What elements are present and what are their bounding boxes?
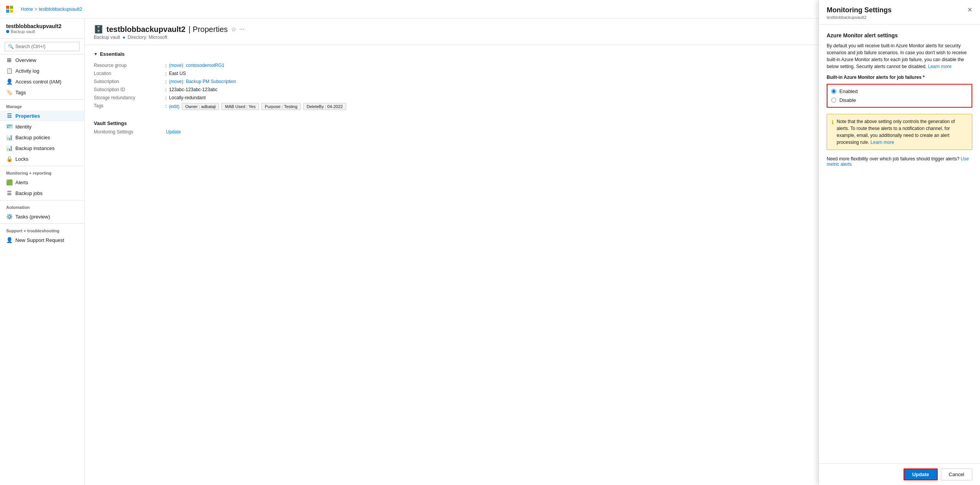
sidebar-label-alerts: Alerts xyxy=(15,180,28,185)
sidebar-resource-sub: Backup vault xyxy=(6,29,78,34)
tag-badge-purpose: Purpose : Testing xyxy=(261,103,301,110)
breadcrumb-resource[interactable]: testblobbackupvault2 xyxy=(39,7,82,12)
sidebar-label-tasks-preview: Tasks (preview) xyxy=(15,214,50,220)
radio-disable-input[interactable] xyxy=(831,98,836,103)
radio-enabled-input[interactable] xyxy=(831,89,836,94)
panel-header: Monitoring Settings testblobbackupvault2… xyxy=(819,18,980,25)
sidebar-item-backup-policies[interactable]: 📊 Backup policies xyxy=(0,132,84,143)
info-learn-more-link[interactable]: Learn more xyxy=(870,140,894,145)
sidebar-item-overview[interactable]: ⊞ Overview xyxy=(0,55,84,65)
info-box: ℹ Note that the above setting only contr… xyxy=(827,114,972,150)
breadcrumb-home[interactable]: Home xyxy=(21,7,33,12)
locks-icon: 🔒 xyxy=(6,156,12,162)
sidebar-item-alerts[interactable]: 🟩 Alerts xyxy=(0,177,84,188)
sidebar-section-support: Support + troubleshooting xyxy=(0,225,84,235)
location-colon: : xyxy=(165,71,167,77)
tasks-icon: ⚙️ xyxy=(6,213,12,220)
subscription-label: Subscription xyxy=(94,79,163,84)
sidebar-divider-3 xyxy=(0,200,84,200)
search-placeholder: Search (Ctrl+/) xyxy=(15,44,45,49)
sidebar-item-identity[interactable]: 🪪 Identity xyxy=(0,121,84,132)
tags-icon: 🏷️ xyxy=(6,89,12,95)
sidebar-item-properties[interactable]: ☰ Properties xyxy=(0,110,84,121)
search-box[interactable]: 🔍 Search (Ctrl+/) xyxy=(0,39,84,55)
sidebar: testblobbackupvault2 Backup vault 🔍 Sear… xyxy=(0,18,85,485)
field-label: Built-in Azure Monitor alerts for job fa… xyxy=(827,75,972,80)
resource-group-label: Resource group xyxy=(94,63,163,68)
resource-type-dot xyxy=(6,30,9,33)
properties-title-label: | Properties xyxy=(189,25,228,34)
subscription-id-row: Subscription ID : 123abc-123abc-123abc xyxy=(94,86,532,94)
tag-badge-mab: MAB Used : Yes xyxy=(221,103,259,110)
storage-redundancy-label: Storage redundancy xyxy=(94,95,163,100)
tag-badge-deleteby: DeleteBy : 04-2022 xyxy=(303,103,346,110)
tags-colon: : xyxy=(165,103,167,109)
radio-group-alert-settings: Enabled Disable xyxy=(827,84,972,108)
radio-disable-label: Disable xyxy=(839,97,856,103)
monitoring-update-link[interactable]: Update xyxy=(166,129,181,135)
sidebar-item-new-support-request[interactable]: 👤 New Support Request xyxy=(0,235,84,245)
tags-edit-link[interactable]: (edit) xyxy=(169,104,179,109)
radio-option-disable[interactable]: Disable xyxy=(831,97,968,103)
sidebar-divider-1 xyxy=(0,99,84,100)
sr-colon: : xyxy=(165,95,167,101)
sidebar-resource-name: testblobbackupvault2 xyxy=(6,23,78,29)
subtitle-dot: ● xyxy=(123,35,125,40)
sidebar-label-new-support-request: New Support Request xyxy=(15,237,64,243)
sidebar-item-backup-instances[interactable]: 📊 Backup instances xyxy=(0,143,84,153)
subscription-value: (move) Backup PM Subscription xyxy=(169,79,236,84)
learn-more-link[interactable]: Learn more xyxy=(928,64,952,69)
essentials-chevron: ▼ xyxy=(94,52,98,56)
sidebar-resource-type: Backup vault xyxy=(11,29,35,34)
search-input-display[interactable]: 🔍 Search (Ctrl+/) xyxy=(5,42,80,51)
resource-group-row: Resource group : (move) contosodemotRG1 xyxy=(94,62,532,70)
subid-colon: : xyxy=(165,87,167,93)
sidebar-item-backup-jobs[interactable]: ☰ Backup jobs xyxy=(0,188,84,198)
monitoring-panel: Monitoring Settings testblobbackupvault2… xyxy=(819,18,980,485)
panel-description: By default you will receive built-in Azu… xyxy=(827,42,972,70)
panel-body: Azure Monitor alert settings By default … xyxy=(819,25,980,463)
sidebar-item-access-control[interactable]: 👤 Access control (IAM) xyxy=(0,76,84,87)
properties-icon: ☰ xyxy=(6,113,12,119)
sidebar-section-automation: Automation xyxy=(0,202,84,211)
update-button[interactable]: Update xyxy=(904,468,937,480)
azure-logo xyxy=(6,6,13,13)
resource-group-link[interactable]: contosodemotRG1 xyxy=(186,63,224,68)
essentials-title-text: Essentials xyxy=(100,51,125,57)
info-text: Note that the above setting only control… xyxy=(837,118,967,146)
favorite-icon[interactable]: ☆ xyxy=(231,26,236,33)
resource-group-value: (move) contosodemotRG1 xyxy=(169,63,224,68)
tag-badge-owner: Owner : adbalaji xyxy=(182,103,219,110)
more-options-icon[interactable]: ··· xyxy=(239,26,244,33)
sidebar-label-backup-policies: Backup policies xyxy=(15,135,50,140)
backup-instances-icon: 📊 xyxy=(6,145,12,151)
sidebar-label-locks: Locks xyxy=(15,156,28,162)
backup-policies-icon: 📊 xyxy=(6,134,12,140)
sidebar-label-backup-instances: Backup instances xyxy=(15,145,55,151)
sidebar-item-locks[interactable]: 🔒 Locks xyxy=(0,153,84,164)
sidebar-section-manage: Manage xyxy=(0,101,84,110)
location-row: Location : East US xyxy=(94,70,532,78)
subscription-move-link[interactable]: (move) xyxy=(169,79,183,84)
sidebar-item-tags[interactable]: 🏷️ Tags xyxy=(0,87,84,98)
search-icon: 🔍 xyxy=(8,44,14,49)
subscription-link[interactable]: Backup PM Subscription xyxy=(186,79,236,84)
backup-jobs-icon: ☰ xyxy=(6,190,12,196)
subscription-id-label: Subscription ID xyxy=(94,87,163,92)
support-icon: 👤 xyxy=(6,237,12,243)
location-value: East US xyxy=(169,71,186,76)
radio-option-enabled[interactable]: Enabled xyxy=(831,88,968,94)
sidebar-label-access-control: Access control (IAM) xyxy=(15,79,61,85)
sidebar-label-overview: Overview xyxy=(15,57,36,63)
monitoring-settings-label: Monitoring Settings xyxy=(94,129,163,135)
sidebar-label-properties: Properties xyxy=(15,113,40,119)
sidebar-item-tasks-preview[interactable]: ⚙️ Tasks (preview) xyxy=(0,211,84,222)
subtitle-dir: Directory: Microsoft xyxy=(128,35,167,40)
activity-log-icon: 📋 xyxy=(6,68,12,74)
sidebar-item-activity-log[interactable]: 📋 Activity log xyxy=(0,65,84,76)
tags-row: Tags : (edit) Owner : adbalaji MAB Used … xyxy=(94,102,532,111)
resource-group-move-link[interactable]: (move) xyxy=(169,63,183,68)
cancel-button[interactable]: Cancel xyxy=(941,468,972,480)
sidebar-label-tags: Tags xyxy=(15,90,26,95)
location-label: Location xyxy=(94,71,163,76)
